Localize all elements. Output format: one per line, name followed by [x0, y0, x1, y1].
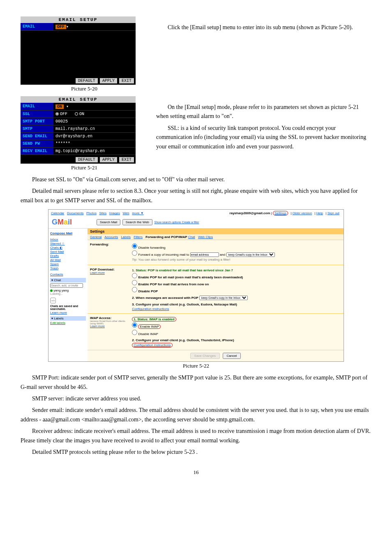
sidebar-link[interactable]: Spam [50, 262, 86, 266]
gmail-settings-screenshot: Calendar Documents Photos Sites Images W… [48, 209, 344, 362]
sidebar-link[interactable]: Contacts [50, 273, 86, 276]
field-value[interactable]: ON ▾ [53, 103, 136, 110]
field-value[interactable]: ****** [53, 140, 136, 147]
learn-more-link[interactable]: Learn more [50, 311, 86, 314]
settings-header: Settings [88, 229, 344, 234]
field-value[interactable]: mail.raysharp.cn [53, 125, 136, 132]
exit-button[interactable]: EXIT [119, 157, 134, 162]
tab-filters[interactable]: Filters [134, 235, 143, 239]
field-value[interactable]: mg.topic@raysharp.en [53, 148, 136, 155]
learn-more-link[interactable]: Learn more [90, 325, 131, 328]
field-label: RECV EMAIL [21, 148, 53, 155]
pop-action-select[interactable]: keep Gmail's copy in the Inbox [199, 296, 248, 300]
field-value[interactable]: OFF▾ [53, 23, 136, 30]
pop-new-radio[interactable] [132, 280, 137, 285]
sidebar-link[interactable]: Starred ☆ [50, 242, 86, 245]
field-label: SEND PW [21, 140, 53, 147]
caption-522: Picture 5-22 [48, 363, 344, 369]
search-area: Search Mail Search the Web Show search o… [97, 219, 199, 225]
forwarding-label: Forwarding: [90, 243, 131, 246]
talk-msg: Chats are saved and searchable. [50, 305, 86, 310]
paragraph-4: Detailed mail servers please refer to se… [21, 187, 371, 205]
loading-text: Loading... [50, 292, 86, 295]
field-value[interactable]: OFF ON [53, 111, 136, 118]
config-link[interactable]: Configuration instructions [132, 343, 172, 347]
field-label: EMAIL [21, 103, 53, 110]
nav-link[interactable]: Documents [67, 211, 83, 215]
box-title: EMAIL SETUP [21, 16, 136, 23]
search-options-link[interactable]: Show search options Create a filter [154, 221, 199, 224]
paragraph-9: Detailed SMTP protocols setting please r… [21, 448, 371, 457]
field-label: EMAIL [21, 23, 53, 30]
nav-link[interactable]: Calendar [51, 211, 64, 215]
caption-520: Picture 5-20 [21, 86, 148, 92]
tab-chat[interactable]: Chat [188, 235, 195, 239]
sidebar-link[interactable]: Sent Mail [50, 250, 86, 254]
sidebar-link[interactable]: Drafts [50, 254, 86, 258]
paragraph-7: Sender email: indicate sender's email ad… [21, 406, 371, 424]
radio-off[interactable] [55, 112, 59, 116]
default-button[interactable]: DEFAULT [76, 157, 98, 162]
fwd-forward-radio[interactable] [132, 250, 137, 256]
settings-link[interactable]: Settings [273, 211, 288, 215]
tab-labels[interactable]: Labels [121, 235, 131, 239]
chat-search-input[interactable] [50, 283, 83, 288]
email-setup-521: EMAIL SETUP EMAIL ON ▾ SSL OFF ON SMTP P… [21, 96, 136, 164]
sidebar-link[interactable]: Inbox [50, 238, 86, 241]
gmail-main: Settings General Accounts Labels Filters… [88, 229, 344, 361]
nav-link[interactable]: more ▼ [132, 211, 143, 215]
imap-label: IMAP Access:(access Gmail from other cli… [90, 316, 131, 328]
gmail-logo: GMail [52, 218, 72, 227]
older-version-link[interactable]: Older version [293, 211, 312, 215]
sidebar-link[interactable]: Chats ◐ [50, 246, 86, 250]
save-changes-button[interactable]: Save Changes [190, 353, 220, 359]
paragraph-8: Receiver address: indicate receiver's em… [21, 427, 371, 445]
pop-all-radio[interactable] [132, 273, 137, 278]
fwd-disable-radio[interactable] [132, 243, 137, 249]
nav-link[interactable]: Sites [99, 211, 106, 215]
cancel-button[interactable]: Cancel [223, 353, 241, 359]
compose-link[interactable]: Compose Mail [50, 231, 86, 235]
paragraph-6: SMTP server: indicate server address you… [21, 394, 371, 403]
apply-button[interactable]: APPLY [100, 78, 117, 83]
box-footer: DEFAULT APPLY EXIT [21, 76, 136, 85]
pop-disable-radio[interactable] [132, 287, 137, 292]
tab-webclips[interactable]: Web Clips [198, 235, 213, 239]
sidebar-link[interactable]: Trash [50, 266, 86, 270]
fwd-address-input[interactable] [190, 252, 219, 257]
labels-header[interactable]: ▾ Labels [50, 316, 86, 321]
field-value[interactable]: dvr@raysharp.en [53, 133, 136, 140]
signout-link[interactable]: Sign out [327, 211, 339, 215]
pop-label: POP Download:Learn more [90, 268, 131, 274]
nav-link[interactable]: Photos [86, 211, 97, 215]
imap-disable-radio[interactable] [132, 330, 137, 335]
sidebar-link[interactable]: All Mail [50, 258, 86, 262]
nav-link[interactable]: Web [122, 211, 129, 215]
default-button[interactable]: DEFAULT [76, 78, 98, 83]
imap-enable-radio[interactable] [132, 322, 137, 328]
apply-button[interactable]: APPLY [100, 157, 117, 162]
paragraph-2b: SSL: is a kind of security link transpor… [156, 124, 371, 151]
search-web-button[interactable]: Search the Web [122, 219, 152, 225]
paragraph-1: Click the [Email setup] menu to enter in… [156, 23, 371, 32]
help-link[interactable]: Help [316, 211, 323, 215]
chat-header[interactable]: ▾ Chat [50, 278, 86, 282]
learn-more-link[interactable]: Learn more [90, 271, 131, 274]
talk-icon[interactable]: talk [50, 298, 56, 303]
edit-labels-link[interactable]: Edit labels [50, 321, 86, 325]
gmail-sidebar: Compose Mail Inbox Starred ☆ Chats ◐ Sen… [48, 229, 88, 361]
fwd-action-select[interactable]: keep Gmail's copy in the Inbox [226, 252, 275, 257]
tab-accounts[interactable]: Accounts [104, 235, 118, 239]
exit-button[interactable]: EXIT [119, 78, 134, 83]
search-mail-button[interactable]: Search Mail [97, 219, 120, 225]
tab-forwarding[interactable]: Forwarding and POP/IMAP [145, 235, 187, 239]
gmail-topbar: Calendar Documents Photos Sites Images W… [48, 210, 344, 216]
tab-general[interactable]: General [90, 235, 101, 239]
config-link[interactable]: Configuration instructions [132, 307, 169, 311]
field-value[interactable]: 00025 [53, 118, 136, 125]
nav-link[interactable]: Images [109, 211, 120, 215]
field-label: SSL [21, 111, 53, 118]
radio-on[interactable] [75, 112, 78, 116]
page-number: 16 [21, 469, 371, 476]
account-email: raysharp2009@gmail.com [230, 211, 270, 215]
